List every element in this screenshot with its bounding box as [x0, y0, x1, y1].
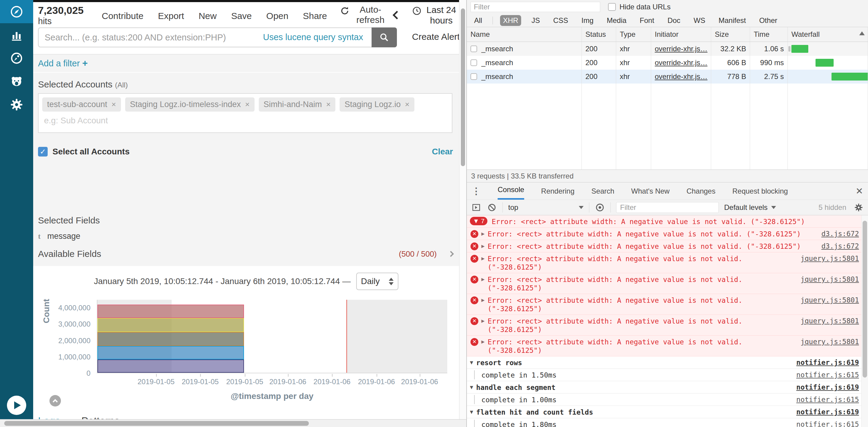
console-scrollbar-thumb[interactable]	[863, 221, 867, 377]
source-link[interactable]: d3.js:672	[821, 242, 859, 250]
sidebar-item-insights[interactable]	[0, 70, 33, 93]
source-link[interactable]: jquery.js:5801	[801, 275, 859, 283]
drawer-tab-search[interactable]: Search	[591, 187, 614, 200]
chart-plot[interactable]	[97, 300, 447, 373]
request-initiator-link[interactable]: override-xhr.js…	[655, 44, 708, 53]
source-link[interactable]: d3.js:672	[821, 229, 859, 238]
time-range-button[interactable]: Last 24 hours	[412, 4, 458, 26]
interval-select[interactable]: Daily	[356, 273, 398, 290]
col-header-status[interactable]: Status	[582, 27, 616, 41]
network-request-row[interactable]: _msearch 200 xhr override-xhr.js… 32.2 K…	[467, 42, 868, 56]
drawer-tab-console[interactable]: Console	[498, 185, 524, 200]
horizontal-scrollbar-thumb[interactable]	[4, 421, 309, 426]
chip-remove-icon[interactable]: ×	[326, 100, 331, 109]
search-button[interactable]	[372, 27, 397, 47]
type-tab-css[interactable]: CSS	[550, 15, 571, 26]
more-options-icon[interactable]: ⋮	[472, 187, 481, 196]
new-button[interactable]: New	[198, 4, 217, 27]
type-tab-font[interactable]: Font	[637, 15, 657, 26]
request-checkbox[interactable]	[470, 73, 477, 80]
request-checkbox[interactable]	[470, 59, 477, 66]
save-button[interactable]: Save	[231, 4, 251, 27]
expand-triangle-icon[interactable]: ▶	[482, 243, 485, 249]
source-link[interactable]: notifier.js:619	[796, 358, 859, 366]
drawer-tab-request-blocking[interactable]: Request blocking	[732, 187, 788, 200]
clear-link[interactable]: Clear	[432, 147, 453, 156]
source-link[interactable]: notifier.js:619	[796, 407, 859, 416]
network-filter-input[interactable]	[470, 2, 600, 12]
time-back-icon[interactable]	[393, 11, 401, 19]
network-request-row[interactable]: _msearch 200 xhr override-xhr.js… 606 B …	[467, 56, 868, 70]
type-tab-js[interactable]: JS	[528, 15, 543, 26]
source-link[interactable]: notifier.js:615	[796, 420, 859, 427]
vertical-scrollbar-thumb[interactable]	[461, 8, 465, 166]
type-tab-img[interactable]: Img	[579, 15, 596, 26]
sidebar-item-discover[interactable]	[0, 0, 33, 23]
source-link[interactable]: jquery.js:5801	[801, 316, 859, 325]
expand-triangle-icon[interactable]: ▶	[482, 317, 485, 324]
sidebar-item-dashboards[interactable]	[0, 47, 33, 70]
col-header-waterfall[interactable]: Waterfall	[788, 27, 868, 41]
bar-segment-2-blue[interactable]	[97, 346, 244, 360]
console-settings-gear-icon[interactable]	[854, 202, 864, 213]
eye-icon[interactable]	[595, 202, 605, 213]
console-error-group[interactable]: ▼ 7 Error: <rect> attribute width: A neg…	[467, 215, 868, 228]
expand-triangle-icon[interactable]: ▶	[482, 276, 485, 282]
source-link[interactable]: jquery.js:5801	[801, 254, 859, 262]
expand-triangle-icon[interactable]: ▶	[482, 255, 485, 262]
lucene-syntax-link[interactable]: Uses lucene query syntax	[263, 32, 363, 42]
expand-triangle-icon[interactable]: ▶	[482, 231, 485, 237]
bar-segment-1-purple[interactable]	[97, 360, 244, 373]
type-tab-doc[interactable]: Doc	[664, 15, 683, 26]
play-button[interactable]	[7, 396, 26, 415]
share-button[interactable]: Share	[303, 4, 327, 27]
col-header-type[interactable]: Type	[616, 27, 651, 41]
auto-refresh-button[interactable]: Auto-refresh	[340, 4, 389, 25]
bar-segment-5-red[interactable]	[97, 305, 244, 318]
type-tab-ws[interactable]: WS	[691, 15, 709, 26]
sidebar-item-settings[interactable]	[0, 93, 33, 116]
drawer-tab-changes[interactable]: Changes	[686, 187, 715, 200]
clear-console-icon[interactable]	[487, 202, 497, 213]
source-link[interactable]: notifier.js:615	[796, 370, 859, 379]
console-sidebar-icon[interactable]	[471, 202, 482, 213]
source-link[interactable]: jquery.js:5801	[801, 337, 859, 345]
console-filter-input[interactable]	[616, 202, 719, 213]
open-button[interactable]: Open	[266, 4, 288, 27]
type-tab-manifest[interactable]: Manifest	[716, 15, 749, 26]
source-link[interactable]: notifier.js:619	[796, 383, 859, 391]
expand-fields-icon[interactable]	[448, 251, 454, 257]
chip-remove-icon[interactable]: ×	[405, 100, 409, 109]
collapse-triangle-icon[interactable]: ▼	[470, 359, 473, 365]
sidebar-item-visualize[interactable]	[0, 23, 33, 47]
contribute-button[interactable]: Contribute	[102, 4, 143, 27]
type-tab-all[interactable]: All	[471, 15, 485, 26]
stacked-bar[interactable]	[97, 300, 244, 373]
col-header-name[interactable]: Name	[467, 27, 582, 41]
bar-segment-3-gray[interactable]	[97, 332, 244, 346]
col-header-size[interactable]: Size	[711, 27, 750, 41]
log-levels-dropdown[interactable]: Default levels	[724, 203, 776, 212]
collapse-chart-button[interactable]	[50, 395, 61, 406]
source-link[interactable]: notifier.js:615	[796, 395, 859, 403]
expand-triangle-icon[interactable]: ▶	[482, 338, 485, 345]
create-alert-button[interactable]: Create Alert	[412, 32, 459, 42]
type-tab-other[interactable]: Other	[756, 15, 780, 26]
export-button[interactable]: Export	[158, 4, 184, 27]
expand-triangle-icon[interactable]: ▶	[482, 297, 485, 303]
chip-remove-icon[interactable]: ×	[245, 100, 250, 109]
source-link[interactable]: jquery.js:5801	[801, 296, 859, 304]
add-filter-link[interactable]: Add a filter +	[38, 58, 88, 69]
collapse-triangle-icon[interactable]: ▼	[470, 384, 473, 390]
drawer-tab-rendering[interactable]: Rendering	[541, 187, 575, 200]
context-selector[interactable]: top	[508, 203, 584, 212]
network-request-row-selected[interactable]: _msearch 200 xhr override-xhr.js… 778 B …	[467, 70, 868, 84]
col-header-initiator[interactable]: Initiator	[651, 27, 711, 41]
hide-data-urls-checkbox[interactable]	[608, 3, 616, 11]
drawer-tab-whats-new[interactable]: What's New	[631, 187, 670, 200]
select-all-checkbox[interactable]: ✓	[38, 147, 48, 156]
collapse-triangle-icon[interactable]: ▼	[470, 408, 473, 415]
accounts-multiselect[interactable]: test-sub-account × Staging Logz.io-timel…	[38, 93, 453, 133]
bar-segment-4-olive[interactable]	[97, 318, 244, 332]
request-initiator-link[interactable]: override-xhr.js…	[655, 59, 708, 67]
